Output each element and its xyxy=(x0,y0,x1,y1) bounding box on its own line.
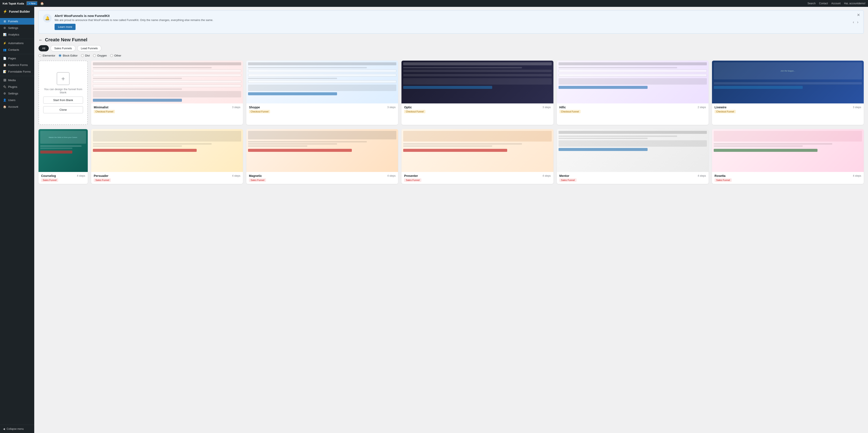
sidebar-item-funnels[interactable]: ⊞ Funnels xyxy=(0,18,34,25)
builder-option-divi[interactable]: Divi xyxy=(81,54,90,57)
oxygen-radio[interactable] xyxy=(93,54,96,57)
template-card-minimalist[interactable]: Minimalist 3 steps Checkout Funnel xyxy=(91,61,243,125)
tab-sales-funnels[interactable]: Sales Funnels xyxy=(51,45,75,51)
tab-all[interactable]: All xyxy=(38,45,49,51)
template-info-courselog: Courselog 4 steps Sales Funnel xyxy=(38,172,88,184)
template-thumb-persuader xyxy=(91,129,243,172)
builder-option-block-editor[interactable]: Block Editor xyxy=(59,54,78,57)
alert-next-button[interactable]: › xyxy=(857,20,858,24)
builder-option-other[interactable]: Other xyxy=(110,54,121,57)
template-info-row: Hific 2 steps xyxy=(559,106,706,109)
sidebar-item-formidable[interactable]: 📝 Formidable Forms xyxy=(0,68,34,75)
brand-icon: ⚡ xyxy=(3,9,7,13)
user-greeting[interactable]: Hai, accountdemo! xyxy=(844,2,865,5)
template-info-row: Minimalist 3 steps xyxy=(94,106,240,109)
alert-prev-button[interactable]: ‹ xyxy=(853,20,854,24)
divi-label: Divi xyxy=(85,54,90,57)
tab-lead-funnels[interactable]: Lead Funnels xyxy=(77,45,101,51)
template-thumb-presenter xyxy=(401,129,553,172)
sidebar-item-contacts[interactable]: 👥 Contacts xyxy=(0,47,34,53)
template-card-mentor[interactable]: Mentor 4 steps Sales Funnel xyxy=(557,129,709,184)
template-card-optic[interactable]: Optic 3 steps Checkout Funnel xyxy=(401,61,553,125)
template-info-hific: Hific 2 steps Checkout Funnel xyxy=(557,104,709,115)
sidebar-label-analytics: Analytics xyxy=(8,33,19,36)
template-steps-optic: 3 steps xyxy=(542,106,551,109)
template-info-row: Mentor 4 steps xyxy=(559,174,706,177)
analytics-icon: 📊 xyxy=(3,33,6,36)
template-info-shoppe: Shoppe 3 steps Checkout Funnel xyxy=(246,104,398,115)
template-info-persuader: Persuader 4 steps Sales Funnel xyxy=(91,172,243,184)
search-link[interactable]: Search xyxy=(807,2,815,5)
sidebar-item-account[interactable]: 🏠 Account xyxy=(0,104,34,110)
kadence-icon: 📋 xyxy=(3,63,6,66)
template-name-persuader: Persuader xyxy=(94,174,108,177)
sidebar-item-automations[interactable]: ⚡ Automations xyxy=(0,40,34,47)
sidebar-item-users[interactable]: 👤 Users xyxy=(0,97,34,104)
sidebar-item-settings[interactable]: ⚙ Settings xyxy=(0,25,34,31)
contacts-icon: 👥 xyxy=(3,48,6,51)
sidebar: ⚡ Funnel Builder ⊞ Funnels ⚙ Settings 📊 … xyxy=(0,7,34,433)
alert-title: Alert! WooFunnels is now FunnelKit xyxy=(55,14,859,18)
sidebar-label-automations: Automations xyxy=(8,41,24,45)
start-from-blank-button[interactable]: Start from Blank xyxy=(43,96,83,104)
template-info-row: Courselog 4 steps xyxy=(41,174,85,177)
template-name-rosetta: Rosetta xyxy=(715,174,725,177)
blank-template-card[interactable]: ＋ You can design the funnel from blank S… xyxy=(38,61,88,125)
sidebar-divider-2 xyxy=(0,54,34,54)
template-info-minimalist: Minimalist 3 steps Checkout Funnel xyxy=(91,104,243,115)
sidebar-item-media[interactable]: 🖼 Media xyxy=(0,77,34,84)
template-info-presenter: Presenter 4 steps Sales Funnel xyxy=(401,172,553,184)
alert-close-button[interactable]: ✕ xyxy=(857,13,860,17)
template-tag-courselog: Sales Funnel xyxy=(41,178,58,182)
other-label: Other xyxy=(114,54,121,57)
template-tag-rosetta: Sales Funnel xyxy=(715,178,732,182)
sidebar-item-analytics[interactable]: 📊 Analytics xyxy=(0,31,34,38)
sidebar-item-pages[interactable]: 📄 Pages xyxy=(0,55,34,62)
template-name-mentor: Mentor xyxy=(559,174,569,177)
sidebar-item-kadence[interactable]: 📋 Kadence Forms xyxy=(0,62,34,68)
template-name-presenter: Presenter xyxy=(404,174,418,177)
sidebar-item-plugins[interactable]: 🔌 Plugins xyxy=(0,84,34,90)
elementor-radio[interactable] xyxy=(38,54,41,57)
other-radio[interactable] xyxy=(110,54,113,57)
builder-option-elementor[interactable]: Elementor xyxy=(38,54,55,57)
back-button[interactable]: ← xyxy=(38,38,43,42)
automations-icon: ⚡ xyxy=(3,41,6,45)
plus-icon: ＋ xyxy=(60,75,66,83)
template-card-persuader[interactable]: Persuader 4 steps Sales Funnel xyxy=(91,129,243,184)
alert-content: Alert! WooFunnels is now FunnelKit We ar… xyxy=(55,14,859,30)
wp-icon: 🏠 xyxy=(40,2,44,5)
template-info-row: Livewire 3 steps xyxy=(715,106,861,109)
template-card-presenter[interactable]: Presenter 4 steps Sales Funnel xyxy=(401,129,553,184)
template-steps-persuader: 4 steps xyxy=(232,174,240,177)
template-card-shoppe[interactable]: Shoppe 3 steps Checkout Funnel xyxy=(246,61,398,125)
admin-bar-logo[interactable]: Kek Tapak Kuda xyxy=(3,2,24,5)
divi-radio[interactable] xyxy=(81,54,84,57)
blank-card-description: You can design the funnel from blank xyxy=(43,88,83,94)
template-card-rosetta[interactable]: Rosetta 4 steps Sales Funnel xyxy=(712,129,864,184)
sidebar-label-account: Account xyxy=(8,105,18,108)
template-info-row: Rosetta 4 steps xyxy=(715,174,861,177)
collapse-menu-btn[interactable]: ◀ Collapse menu xyxy=(0,425,34,433)
template-card-magnetic[interactable]: Magnetic 4 steps Sales Funnel xyxy=(246,129,398,184)
block-editor-radio[interactable] xyxy=(59,54,61,57)
new-post-button[interactable]: + New xyxy=(27,1,38,6)
account-icon: 🏠 xyxy=(3,105,6,108)
template-thumb-shoppe xyxy=(246,61,398,104)
clone-button[interactable]: Clone xyxy=(43,106,83,113)
template-card-courselog[interactable]: Master the Skills to Drive your Career. … xyxy=(38,129,88,184)
account-link[interactable]: Account xyxy=(831,2,841,5)
template-info-row: Magnetic 4 steps xyxy=(249,174,396,177)
learn-more-button[interactable]: Learn more xyxy=(55,24,75,30)
builder-option-oxygen[interactable]: Oxygen xyxy=(93,54,107,57)
template-card-livewire[interactable]: Join the league... Livewire 3 steps Chec… xyxy=(712,61,864,125)
template-card-hific[interactable]: Hific 2 steps Checkout Funnel xyxy=(557,61,709,125)
sidebar-label-settings2: Settings xyxy=(8,92,18,95)
template-name-minimalist: Minimalist xyxy=(94,106,108,109)
contact-link[interactable]: Contact xyxy=(819,2,828,5)
template-info-magnetic: Magnetic 4 steps Sales Funnel xyxy=(246,172,398,184)
template-info-row: Optic 3 steps xyxy=(404,106,551,109)
sidebar-item-settings2[interactable]: ⚙ Settings xyxy=(0,90,34,97)
template-info-mentor: Mentor 4 steps Sales Funnel xyxy=(557,172,709,184)
template-info-rosetta: Rosetta 4 steps Sales Funnel xyxy=(712,172,864,184)
